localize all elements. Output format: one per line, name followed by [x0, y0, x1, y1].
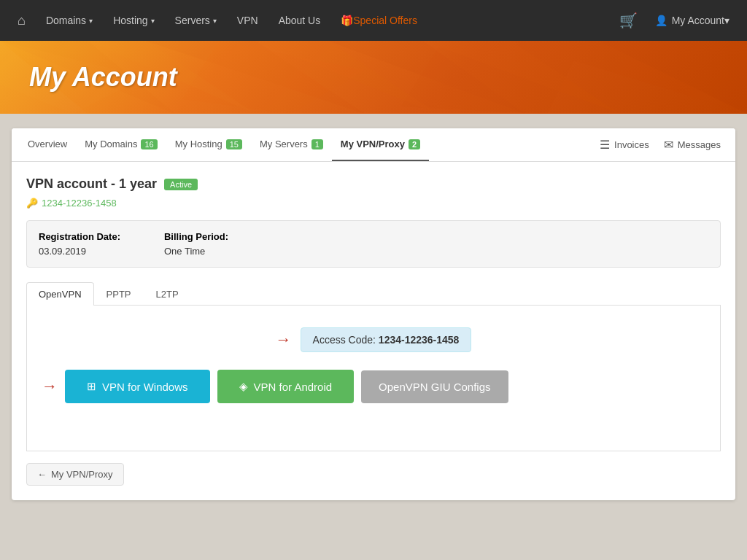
- back-link-label: My VPN/Proxy: [51, 469, 113, 480]
- messages-icon: ✉: [664, 138, 673, 152]
- back-arrow-icon: ←: [37, 469, 47, 480]
- access-code-label: Access Code:: [313, 334, 376, 346]
- vpn-android-button[interactable]: ◈ VPN for Android: [217, 370, 355, 403]
- main-content: Overview My Domains 16 My Hosting 15 My …: [0, 114, 747, 522]
- nav-special-offers[interactable]: 🎁 Special Offers: [330, 0, 427, 41]
- hero-banner: My Account: [0, 41, 747, 114]
- back-to-vpn-link[interactable]: ← My VPN/Proxy: [26, 463, 124, 486]
- tab-action-invoices[interactable]: ☰ Invoices: [592, 129, 657, 160]
- tab-my-servers[interactable]: My Servers 1: [251, 128, 332, 161]
- windows-icon: ⊞: [87, 380, 96, 393]
- vpn-windows-button[interactable]: ⊞ VPN for Windows: [65, 370, 210, 403]
- gift-icon: 🎁: [341, 15, 353, 26]
- tab-my-hosting[interactable]: My Hosting 15: [166, 128, 251, 161]
- tab-my-hosting-badge: 15: [226, 139, 242, 149]
- registration-field: Registration Date: 03.09.2019: [39, 231, 120, 257]
- nav-hosting-arrow: ▾: [151, 17, 155, 25]
- nav-cart-icon[interactable]: 🛒: [612, 12, 645, 29]
- navbar: ⌂ Domains ▾ Hosting ▾ Servers ▾ VPN Abou…: [0, 0, 747, 41]
- nav-hosting[interactable]: Hosting ▾: [103, 0, 164, 41]
- service-name: VPN account - 1 year: [26, 176, 157, 192]
- service-id-row: 🔑 1234-12236-1458: [26, 198, 721, 209]
- nav-domains-arrow: ▾: [89, 17, 93, 25]
- tabs-bar: Overview My Domains 16 My Hosting 15 My …: [12, 128, 735, 162]
- key-icon: 🔑: [26, 198, 38, 209]
- page-title: My Account: [29, 62, 177, 93]
- vpn-protocol-tabs: OpenVPN PPTP L2TP: [26, 282, 721, 306]
- nav-about[interactable]: About Us: [268, 0, 331, 41]
- nav-home[interactable]: ⌂: [7, 0, 36, 41]
- status-badge: Active: [164, 179, 198, 190]
- vpn-tab-pptp[interactable]: PPTP: [94, 282, 144, 306]
- account-icon: 👤: [655, 15, 667, 26]
- service-id-value: 1234-12236-1458: [42, 198, 117, 209]
- service-title-row: VPN account - 1 year Active: [26, 176, 721, 192]
- info-box: Registration Date: 03.09.2019 Billing Pe…: [26, 220, 721, 268]
- tab-my-domains[interactable]: My Domains 16: [76, 128, 166, 161]
- android-icon: ◈: [239, 380, 248, 393]
- nav-servers[interactable]: Servers ▾: [165, 0, 227, 41]
- tab-my-vpn-badge: 2: [409, 139, 420, 149]
- vpn-content-panel: → Access Code: 1234-12236-1458 → ⊞ VPN f…: [26, 306, 721, 451]
- nav-account-menu[interactable]: 👤 My Account ▾: [645, 0, 740, 41]
- tab-my-servers-badge: 1: [311, 139, 323, 149]
- invoices-icon: ☰: [600, 138, 610, 152]
- openvpn-config-button[interactable]: OpenVPN GIU Configs: [361, 370, 508, 403]
- vpn-buttons-row: → ⊞ VPN for Windows ◈ VPN for Android Op…: [42, 370, 705, 403]
- tab-my-domains-badge: 16: [141, 139, 157, 149]
- tab-overview[interactable]: Overview: [19, 128, 76, 161]
- arrow-right-icon: →: [276, 330, 292, 349]
- access-code-box: Access Code: 1234-12236-1458: [301, 327, 472, 352]
- billing-label: Billing Period:: [164, 231, 228, 242]
- account-card: Overview My Domains 16 My Hosting 15 My …: [12, 128, 735, 500]
- nav-domains[interactable]: Domains ▾: [36, 0, 103, 41]
- billing-field: Billing Period: One Time: [164, 231, 228, 257]
- vpn-tab-l2tp[interactable]: L2TP: [144, 282, 191, 306]
- access-code-value: 1234-12236-1458: [379, 334, 460, 346]
- tab-action-messages[interactable]: ✉ Messages: [657, 129, 728, 160]
- content-area: VPN account - 1 year Active 🔑 1234-12236…: [12, 162, 735, 500]
- registration-value: 03.09.2019: [39, 246, 86, 257]
- nav-account-arrow: ▾: [724, 15, 729, 26]
- left-arrow-icon: →: [42, 377, 58, 396]
- nav-servers-arrow: ▾: [213, 17, 217, 25]
- registration-label: Registration Date:: [39, 231, 120, 242]
- access-code-row: → Access Code: 1234-12236-1458: [276, 327, 472, 352]
- nav-vpn[interactable]: VPN: [227, 0, 268, 41]
- vpn-tab-openvpn[interactable]: OpenVPN: [26, 282, 94, 306]
- billing-value: One Time: [164, 246, 205, 257]
- tab-my-vpn[interactable]: My VPN/Proxy 2: [332, 128, 429, 161]
